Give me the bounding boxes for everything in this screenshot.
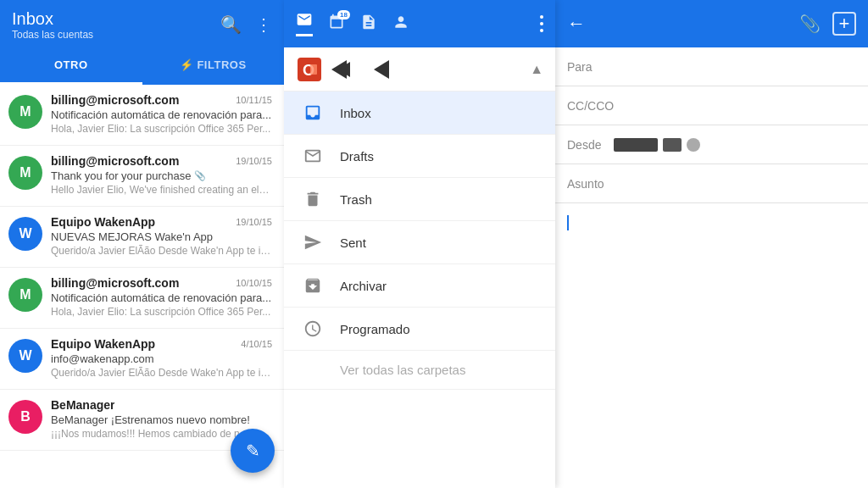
compose-icon: ✎: [246, 441, 260, 461]
email-subject: Thank you for your purchase 📎: [51, 169, 272, 182]
field-label-para: Para: [567, 60, 614, 74]
inbox-subtitle: Todas las cuentas: [12, 29, 93, 41]
email-preview: Hola, Javier Elio: La suscripción Office…: [51, 306, 272, 318]
nav-tab-calendar[interactable]: 18: [328, 14, 345, 35]
email-top-row: BeManager: [51, 398, 272, 412]
email-date: 10/11/15: [236, 95, 272, 105]
drafts-icon: [301, 147, 325, 165]
menu-label-programado: Programado: [340, 322, 410, 336]
email-subject: Notificación automática de renovación pa…: [51, 291, 272, 304]
inbox-icon: [301, 103, 325, 122]
email-sender: BeManager: [51, 398, 114, 412]
scroll-up-arrow[interactable]: ▲: [530, 62, 543, 77]
from-account-icon: [614, 138, 658, 152]
header-title-group: Inbox Todas las cuentas: [12, 8, 93, 41]
avatar: M: [8, 95, 42, 129]
email-sender: Equipo WakenApp: [51, 337, 155, 351]
email-content: Equipo WakenApp 19/10/15 NUEVAS MEJORAS …: [51, 215, 272, 257]
email-top-row: billing@microsoft.com 10/10/15: [51, 276, 272, 290]
more-options-icon[interactable]: [540, 15, 543, 32]
menu-item-drafts[interactable]: Drafts: [284, 135, 555, 178]
field-label-asunto: Asunto: [567, 177, 614, 191]
email-subject: info@wakenapp.com: [51, 352, 272, 365]
email-item[interactable]: M billing@microsoft.com 10/11/15 Notific…: [0, 85, 284, 146]
folder-menu-list: Inbox Drafts Trash Sent Archivar: [284, 92, 555, 488]
from-selector[interactable]: [614, 138, 700, 152]
avatar: B: [8, 400, 42, 434]
left-panel: Inbox Todas las cuentas 🔍 ⋮ OTRO ⚡ FILTR…: [0, 0, 284, 488]
avatar: W: [8, 217, 42, 251]
field-label-desde: Desde: [567, 138, 614, 152]
avatar: M: [8, 156, 42, 190]
menu-item-ver-carpetas[interactable]: Ver todas las carpetas: [284, 351, 555, 390]
add-button[interactable]: +: [832, 12, 856, 36]
search-icon[interactable]: 🔍: [220, 14, 242, 35]
email-date: 19/10/15: [236, 156, 272, 166]
sent-icon: [301, 233, 325, 252]
email-sender: billing@microsoft.com: [51, 93, 179, 107]
nav-tab-people[interactable]: [392, 14, 409, 35]
menu-item-archivar[interactable]: Archivar: [284, 264, 555, 308]
attachment-icon: 📎: [194, 170, 206, 181]
calendar-badge: 18: [337, 10, 350, 19]
menu-item-trash[interactable]: Trash: [284, 178, 555, 221]
email-sender: Equipo WakenApp: [51, 215, 155, 229]
menu-label-trash: Trash: [340, 192, 372, 207]
text-cursor: [567, 215, 569, 230]
email-date: 4/10/15: [241, 339, 272, 349]
avatar: W: [8, 339, 42, 373]
tab-bar: OTRO ⚡ FILTROS: [0, 47, 284, 85]
asunto-input[interactable]: [614, 177, 856, 191]
tab-otro[interactable]: OTRO: [0, 47, 142, 85]
compose-field-para: Para: [555, 47, 868, 86]
email-top-row: billing@microsoft.com 19/10/15: [51, 154, 272, 168]
email-preview: Hello Javier Elio, We've finished creati…: [51, 184, 272, 196]
email-preview: Hola, Javier Elio: La suscripción Office…: [51, 123, 272, 135]
email-preview: Querido/a Javier ElÃão Desde Wake'n App …: [51, 367, 272, 379]
lightning-icon: ⚡: [180, 58, 194, 71]
email-item[interactable]: W Equipo WakenApp 19/10/15 NUEVAS MEJORA…: [0, 207, 284, 268]
clock-icon: [301, 319, 325, 338]
cc-input[interactable]: [614, 99, 856, 113]
left-header: Inbox Todas las cuentas 🔍 ⋮: [0, 0, 284, 47]
office-logo: O: [296, 56, 323, 83]
email-top-row: Equipo WakenApp 19/10/15: [51, 215, 272, 229]
menu-label-inbox: Inbox: [340, 106, 371, 120]
menu-label-archivar: Archivar: [340, 279, 387, 293]
compose-field-asunto: Asunto: [555, 164, 868, 203]
para-input[interactable]: [614, 60, 856, 74]
email-item[interactable]: M billing@microsoft.com 19/10/15 Thank y…: [0, 146, 284, 207]
email-item[interactable]: M billing@microsoft.com 10/10/15 Notific…: [0, 268, 284, 329]
tab-filtros[interactable]: ⚡ FILTROS: [142, 47, 285, 85]
middle-panel: 18 O: [284, 0, 555, 488]
menu-label-sent: Sent: [340, 236, 366, 250]
compose-body[interactable]: [555, 203, 868, 488]
nav-tab-files[interactable]: [360, 14, 377, 35]
email-item[interactable]: W Equipo WakenApp 4/10/15 info@wakenapp.…: [0, 329, 284, 390]
compose-form: Para CC/CCO Desde Asunto: [555, 47, 868, 488]
field-label-cc: CC/CCO: [567, 99, 614, 113]
menu-item-sent[interactable]: Sent: [284, 221, 555, 264]
email-content: Equipo WakenApp 4/10/15 info@wakenapp.co…: [51, 337, 272, 379]
attachment-button[interactable]: 📎: [799, 14, 821, 34]
email-list: M billing@microsoft.com 10/11/15 Notific…: [0, 85, 284, 488]
email-subject: Notificación automática de renovación pa…: [51, 108, 272, 121]
from-avatar-icon: [687, 138, 700, 152]
middle-header: 18: [284, 0, 555, 47]
archive-icon: [301, 276, 325, 295]
email-date: 10/10/15: [236, 278, 272, 288]
account-switcher[interactable]: [331, 58, 392, 80]
back-button[interactable]: ←: [567, 13, 586, 35]
menu-item-inbox[interactable]: Inbox: [284, 92, 555, 135]
email-sender: billing@microsoft.com: [51, 276, 179, 290]
email-subject: NUEVAS MEJORAS Wake'n App: [51, 230, 272, 243]
nav-tab-mail[interactable]: [296, 11, 313, 36]
svg-marker-5: [374, 60, 389, 79]
email-subject: BeManager ¡Estrenamos nuevo nombre!: [51, 413, 272, 426]
email-sender: billing@microsoft.com: [51, 154, 179, 168]
menu-item-programado[interactable]: Programado: [284, 308, 555, 351]
right-panel: ← 📎 + Para CC/CCO Desde Asunto: [555, 0, 868, 488]
email-top-row: billing@microsoft.com 10/11/15: [51, 93, 272, 107]
compose-fab[interactable]: ✎: [231, 429, 275, 473]
more-options-icon[interactable]: ⋮: [255, 14, 272, 35]
